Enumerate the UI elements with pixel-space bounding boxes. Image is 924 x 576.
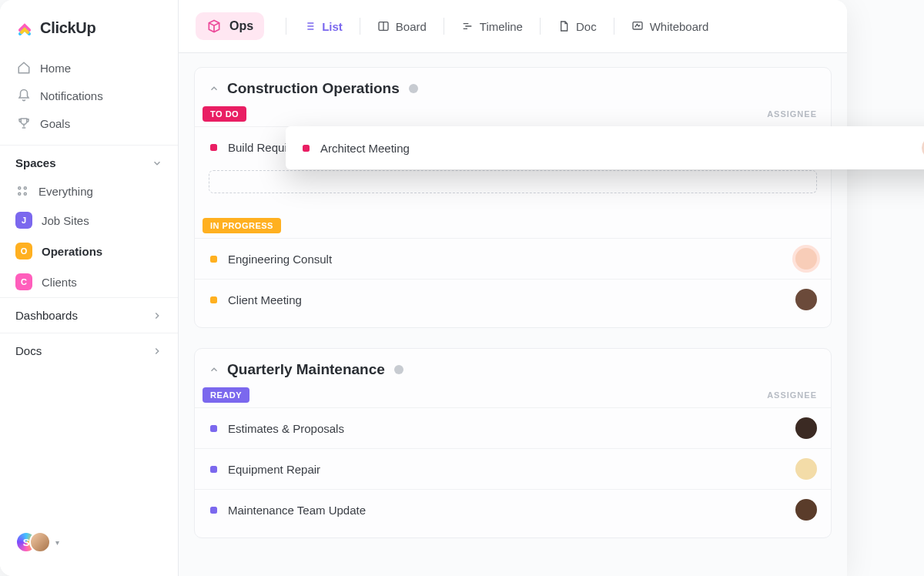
avatar-stack: S: [15, 531, 51, 553]
section-dashboards[interactable]: Dashboards: [0, 297, 178, 333]
chevron-right-icon: [152, 310, 162, 321]
panel-header[interactable]: Construction Operations: [195, 80, 831, 105]
info-icon[interactable]: [393, 363, 405, 376]
space-badge: J: [15, 212, 32, 229]
assignee-avatar[interactable]: [795, 289, 817, 310]
task-name: Equipment Repair: [228, 463, 320, 476]
board-icon: [377, 20, 390, 32]
panel-title: Quarterly Maintenance: [227, 361, 385, 378]
status-badge[interactable]: TO DO: [203, 106, 246, 122]
task-name: Estimates & Proposals: [228, 422, 344, 435]
nav-label: Goals: [40, 117, 70, 130]
task-name: Maintenance Team Update: [228, 504, 366, 517]
status-dot-icon: [210, 296, 217, 303]
view-whiteboard[interactable]: Whiteboard: [622, 17, 718, 36]
space-badge: C: [15, 273, 32, 290]
task-name: Architect Meeting: [320, 142, 410, 155]
assignee-avatar[interactable]: [795, 248, 817, 270]
section-docs[interactable]: Docs: [0, 333, 178, 368]
view-board[interactable]: Board: [368, 17, 436, 36]
view-list[interactable]: List: [294, 17, 352, 36]
space-everything[interactable]: Everything: [0, 177, 178, 205]
section-label: Docs: [15, 344, 42, 357]
panel-header[interactable]: Quarterly Maintenance: [195, 361, 831, 386]
sidebar: ClickUp Home Notifications Goals Spaces …: [0, 0, 179, 576]
view-label: Timeline: [480, 20, 523, 33]
status-row-ready: READY ASSIGNEE: [195, 386, 831, 407]
dragging-task-card[interactable]: Architect Meeting: [286, 126, 924, 169]
svg-point-0: [18, 187, 21, 189]
task-name: Engineering Consult: [228, 253, 332, 266]
status-dot-icon: [210, 466, 217, 473]
sidebar-footer[interactable]: S ▾: [0, 521, 178, 564]
status-dot-icon: [210, 425, 217, 432]
view-label: List: [322, 20, 343, 33]
divider: [360, 18, 360, 35]
view-label: Whiteboard: [650, 20, 709, 33]
primary-nav: Home Notifications Goals: [0, 51, 178, 140]
divider: [614, 18, 614, 35]
status-dot-icon: [210, 256, 217, 263]
doc-icon: [557, 20, 570, 32]
task-row[interactable]: Maintenance Team Update: [195, 489, 831, 530]
view-label: Board: [396, 20, 427, 33]
divider: [286, 18, 286, 35]
space-label: Everything: [38, 185, 93, 198]
task-row[interactable]: Engineering Consult: [195, 238, 831, 279]
brand-logo-icon: [15, 18, 34, 37]
nav-goals[interactable]: Goals: [6, 109, 172, 137]
panel-title: Construction Operations: [227, 80, 400, 97]
drop-zone[interactable]: [209, 170, 817, 193]
panel-quarterly-maintenance: Quarterly Maintenance READY ASSIGNEE Est…: [194, 348, 832, 538]
view-doc[interactable]: Doc: [548, 17, 606, 36]
space-operations[interactable]: O Operations: [0, 236, 178, 266]
assignee-avatar[interactable]: [795, 417, 817, 439]
caret-down-icon: ▾: [55, 538, 59, 547]
info-icon[interactable]: [407, 82, 420, 95]
user-avatar: [29, 531, 51, 553]
view-timeline[interactable]: Timeline: [452, 17, 532, 36]
section-label: Dashboards: [15, 309, 78, 322]
status-badge[interactable]: READY: [203, 387, 249, 403]
page-title: Ops: [229, 19, 253, 33]
svg-point-2: [18, 193, 21, 195]
trophy-icon: [17, 116, 31, 130]
chevron-up-icon: [209, 83, 219, 94]
task-row[interactable]: Estimates & Proposals: [195, 407, 831, 448]
space-label: Clients: [42, 276, 77, 289]
view-label: Doc: [576, 20, 597, 33]
divider: [540, 18, 541, 35]
chevron-up-icon: [209, 364, 219, 375]
page-chip[interactable]: Ops: [196, 12, 264, 40]
spaces-header-label: Spaces: [15, 156, 56, 169]
task-name: Client Meeting: [228, 293, 302, 306]
svg-point-7: [394, 365, 403, 374]
chevron-down-icon: [152, 158, 162, 169]
home-icon: [17, 61, 31, 75]
divider: [444, 18, 444, 35]
grid-icon: [15, 184, 29, 198]
assignee-avatar[interactable]: [795, 499, 817, 521]
brand-name: ClickUp: [40, 19, 95, 37]
spaces-header[interactable]: Spaces: [0, 145, 178, 177]
content: Construction Operations TO DO ASSIGNEE B…: [179, 53, 847, 576]
svg-point-6: [409, 84, 418, 93]
assignee-header: ASSIGNEE: [767, 109, 817, 119]
status-dot-icon: [303, 145, 310, 152]
task-row[interactable]: Client Meeting: [195, 279, 831, 320]
status-dot-icon: [210, 144, 217, 151]
bell-icon: [17, 89, 31, 102]
app-frame: ClickUp Home Notifications Goals Spaces …: [0, 0, 847, 576]
brand[interactable]: ClickUp: [0, 15, 178, 51]
space-job-sites[interactable]: J Job Sites: [0, 205, 178, 236]
task-row[interactable]: Equipment Repair: [195, 448, 831, 489]
nav-label: Notifications: [40, 89, 103, 102]
status-row-todo: TO DO ASSIGNEE: [195, 105, 831, 126]
nav-notifications[interactable]: Notifications: [6, 82, 172, 109]
space-clients[interactable]: C Clients: [0, 266, 178, 297]
assignee-avatar[interactable]: [795, 458, 817, 480]
nav-home[interactable]: Home: [6, 54, 172, 82]
space-label: Job Sites: [42, 214, 89, 227]
status-badge[interactable]: IN PROGRESS: [203, 218, 281, 233]
svg-point-1: [24, 187, 26, 189]
